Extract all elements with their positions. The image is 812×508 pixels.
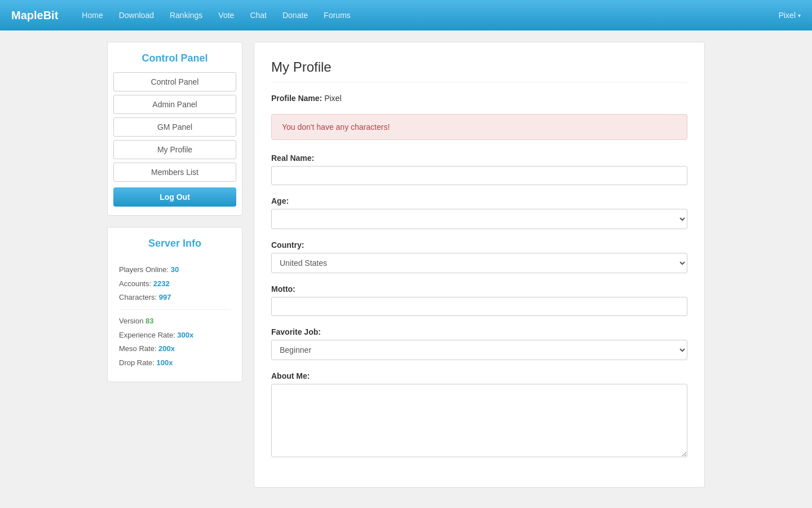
sidebar-nav: Control Panel Admin Panel GM Panel My Pr… <box>108 72 242 182</box>
nav-vote[interactable]: Vote <box>211 6 241 24</box>
motto-group: Motto: <box>271 284 687 316</box>
sidebar-item-my-profile[interactable]: My Profile <box>113 140 236 159</box>
sidebar-item-members-list[interactable]: Members List <box>113 163 236 182</box>
profile-name-value: Pixel <box>324 94 341 103</box>
profile-name-label: Profile Name: <box>271 94 322 103</box>
favorite-job-label: Favorite Job: <box>271 327 687 336</box>
sidebar-item-admin-panel[interactable]: Admin Panel <box>113 95 236 114</box>
favorite-job-group: Favorite Job: Beginner Warrior Magician … <box>271 327 687 360</box>
exp-rate-label: Experience Rate: <box>119 331 175 339</box>
page-title: My Profile <box>271 59 687 82</box>
sidebar: Control Panel Control Panel Admin Panel … <box>107 42 242 488</box>
meso-rate-label: Meso Rate: <box>119 344 156 353</box>
about-me-group: About Me: <box>271 371 687 459</box>
favorite-job-select[interactable]: Beginner Warrior Magician Bowman Thief P… <box>271 340 687 360</box>
drop-rate-row: Drop Rate: 100x <box>119 356 231 370</box>
real-name-input[interactable] <box>271 166 687 185</box>
brand-link[interactable]: MapleBit <box>11 9 58 22</box>
logout-button[interactable]: Log Out <box>113 187 236 207</box>
nav-links: Home Download Rankings Vote Chat Donate … <box>75 11 778 20</box>
alert-message: You don't have any characters! <box>282 122 390 132</box>
meso-rate-row: Meso Rate: 200x <box>119 342 231 356</box>
page-container: Control Panel Control Panel Admin Panel … <box>96 30 716 499</box>
navbar: MapleBit Home Download Rankings Vote Cha… <box>0 0 812 30</box>
version-row: Version 83 <box>119 314 231 329</box>
meso-rate-value: 200x <box>158 344 175 353</box>
divider <box>119 309 231 310</box>
accounts-row: Accounts: 2232 <box>119 277 231 291</box>
players-online-label: Players Online: <box>119 265 169 274</box>
sidebar-item-gm-panel[interactable]: GM Panel <box>113 117 236 137</box>
server-info-title: Server Info <box>108 227 242 257</box>
country-label: Country: <box>271 240 687 249</box>
real-name-group: Real Name: <box>271 154 687 185</box>
profile-name-row: Profile Name: Pixel <box>271 94 687 103</box>
drop-rate-value: 100x <box>157 358 173 367</box>
nav-rankings[interactable]: Rankings <box>163 6 209 24</box>
age-select[interactable]: 13141516 17181920 21222324 25262728 2930 <box>271 209 687 229</box>
real-name-label: Real Name: <box>271 154 687 163</box>
country-select[interactable]: United States Canada United Kingdom Aust… <box>271 253 687 273</box>
server-info-body: Players Online: 30 Accounts: 2232 Charac… <box>108 257 242 373</box>
about-me-textarea[interactable] <box>271 384 687 457</box>
characters-label: Characters: <box>119 293 157 301</box>
nav-home[interactable]: Home <box>75 6 109 24</box>
nav-chat[interactable]: Chat <box>243 6 273 24</box>
nav-forums[interactable]: Forums <box>317 6 357 24</box>
control-panel-title: Control Panel <box>108 42 242 72</box>
user-caret: ▾ <box>798 12 801 19</box>
alert-no-characters: You don't have any characters! <box>271 114 687 140</box>
players-online-value: 30 <box>171 265 179 274</box>
server-info-box: Server Info Players Online: 30 Accounts:… <box>107 227 242 382</box>
motto-input[interactable] <box>271 297 687 316</box>
drop-rate-label: Drop Rate: <box>119 358 155 367</box>
accounts-label: Accounts: <box>119 279 151 288</box>
characters-value: 997 <box>159 293 171 301</box>
motto-label: Motto: <box>271 284 687 294</box>
version-label: Version <box>119 317 143 325</box>
control-panel-box: Control Panel Control Panel Admin Panel … <box>107 42 242 216</box>
age-label: Age: <box>271 196 687 205</box>
about-me-label: About Me: <box>271 371 687 380</box>
age-group: Age: 13141516 17181920 21222324 25262728… <box>271 196 687 229</box>
user-name: Pixel <box>779 11 796 20</box>
exp-rate-value: 300x <box>177 331 193 339</box>
country-group: Country: United States Canada United Kin… <box>271 240 687 273</box>
exp-rate-row: Experience Rate: 300x <box>119 329 231 343</box>
players-online-row: Players Online: 30 <box>119 263 231 277</box>
nav-donate[interactable]: Donate <box>276 6 315 24</box>
version-value: 83 <box>145 317 153 325</box>
main-content: My Profile Profile Name: Pixel You don't… <box>254 42 705 488</box>
accounts-value: 2232 <box>153 279 170 288</box>
nav-download[interactable]: Download <box>112 6 161 24</box>
sidebar-item-control-panel[interactable]: Control Panel <box>113 72 236 91</box>
user-dropdown[interactable]: Pixel ▾ <box>779 11 801 20</box>
characters-row: Characters: 997 <box>119 291 231 305</box>
